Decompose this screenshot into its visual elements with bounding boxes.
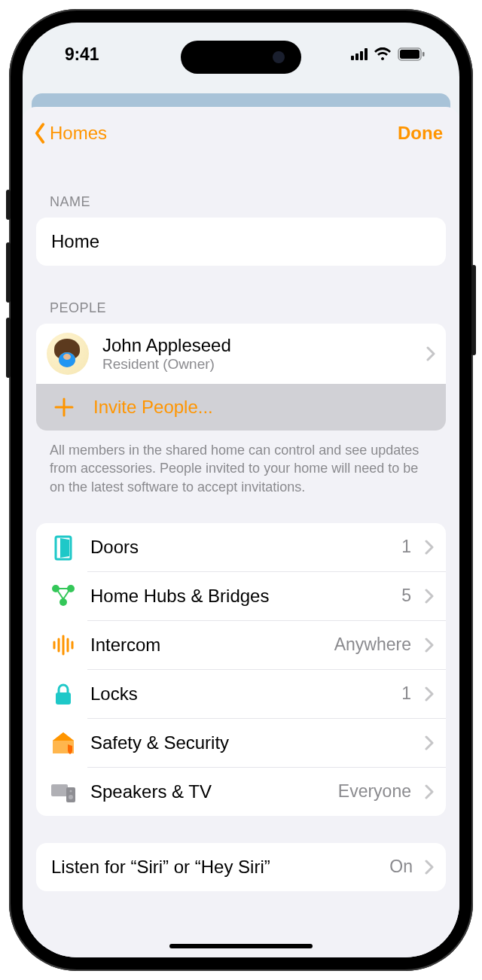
- siri-value: On: [389, 857, 413, 877]
- chevron-right-icon: [425, 589, 434, 604]
- settings-card: Doors 1 Home Hubs & Bridges 5: [36, 523, 446, 816]
- person-name: John Appleseed: [102, 335, 413, 356]
- battery-icon: [398, 47, 425, 61]
- row-doors[interactable]: Doors 1: [36, 523, 446, 571]
- home-indicator[interactable]: [169, 944, 313, 948]
- screen: 9:41 Homes Done: [23, 23, 459, 957]
- lock-icon: [50, 680, 77, 708]
- chevron-right-icon: [425, 686, 434, 702]
- row-value: Anywhere: [334, 635, 411, 655]
- chevron-right-icon: [426, 346, 435, 361]
- people-section-label: PEOPLE: [36, 266, 446, 324]
- status-time: 9:41: [65, 44, 99, 65]
- row-label: Doors: [90, 537, 388, 558]
- intercom-icon: [50, 632, 77, 659]
- svg-rect-12: [56, 692, 71, 705]
- back-button[interactable]: Homes: [32, 122, 107, 145]
- person-role: Resident (Owner): [102, 356, 413, 373]
- row-value: 5: [401, 586, 411, 606]
- svg-point-15: [69, 795, 73, 799]
- svg-rect-2: [423, 52, 425, 56]
- people-footer: All members in the shared home can contr…: [36, 431, 446, 496]
- svg-point-6: [59, 598, 67, 606]
- invite-people-button[interactable]: Invite People...: [36, 384, 446, 431]
- row-value: Everyone: [338, 781, 411, 802]
- row-speakers[interactable]: Speakers & TV Everyone: [87, 767, 446, 816]
- nav-bar: Homes Done: [23, 107, 459, 160]
- row-label: Home Hubs & Bridges: [90, 586, 388, 607]
- safety-icon: [50, 729, 77, 756]
- row-home-hubs[interactable]: Home Hubs & Bridges 5: [87, 571, 446, 620]
- dynamic-island: [181, 41, 301, 74]
- person-row[interactable]: John Appleseed Resident (Owner): [36, 324, 446, 384]
- avatar: [47, 333, 89, 375]
- row-label: Locks: [90, 683, 388, 705]
- chevron-right-icon: [425, 860, 434, 875]
- people-card: John Appleseed Resident (Owner) Invite P…: [36, 324, 446, 431]
- device-frame: 9:41 Homes Done: [9, 9, 473, 971]
- row-value: 1: [401, 683, 411, 704]
- row-label: Intercom: [90, 635, 321, 656]
- svg-point-16: [70, 790, 72, 792]
- done-button[interactable]: Done: [398, 123, 443, 144]
- plus-icon: [53, 396, 75, 418]
- row-label: Safety & Security: [90, 732, 398, 753]
- siri-card: Listen for “Siri” or “Hey Siri” On: [36, 843, 446, 891]
- wifi-icon: [374, 47, 392, 61]
- row-value: 1: [401, 537, 411, 557]
- name-section-label: NAME: [36, 160, 446, 218]
- chevron-left-icon: [32, 122, 48, 145]
- door-icon: [50, 534, 77, 561]
- speakers-tv-icon: [50, 778, 77, 805]
- hubs-icon: [50, 583, 77, 610]
- row-label: Speakers & TV: [90, 781, 325, 802]
- svg-rect-1: [400, 50, 419, 59]
- cellular-icon: [351, 48, 368, 60]
- name-card: Home: [36, 218, 446, 266]
- row-intercom[interactable]: Intercom Anywhere: [87, 620, 446, 669]
- invite-label: Invite People...: [93, 397, 213, 418]
- row-safety[interactable]: Safety & Security: [87, 718, 446, 767]
- chevron-right-icon: [425, 784, 434, 799]
- chevron-right-icon: [425, 735, 434, 750]
- chevron-right-icon: [425, 638, 434, 653]
- row-locks[interactable]: Locks 1: [87, 669, 446, 718]
- siri-label: Listen for “Siri” or “Hey Siri”: [51, 857, 377, 878]
- back-label: Homes: [50, 123, 107, 144]
- row-siri[interactable]: Listen for “Siri” or “Hey Siri” On: [36, 843, 446, 891]
- svg-rect-13: [51, 784, 68, 796]
- home-name-field[interactable]: Home: [36, 218, 446, 266]
- settings-sheet: Homes Done NAME Home PEOPLE John Applese…: [23, 107, 459, 957]
- chevron-right-icon: [425, 540, 434, 555]
